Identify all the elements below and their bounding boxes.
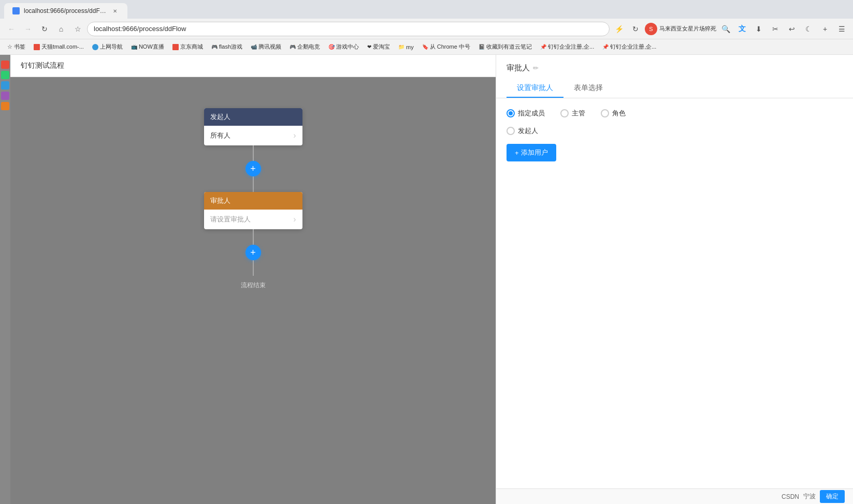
gamecenter-icon: 🎯: [328, 44, 335, 50]
star-button[interactable]: ☆: [70, 22, 85, 36]
translate-button[interactable]: 文: [735, 22, 749, 36]
tab-form-select-label: 表单选择: [574, 83, 603, 92]
add-node-button-2[interactable]: +: [245, 245, 261, 260]
tab-label: localhost:9666/process/ddFlow: [24, 7, 107, 14]
radio-initiator[interactable]: 发起人: [507, 126, 843, 136]
approver-chevron-icon: ›: [293, 215, 296, 224]
bookmark-chrome[interactable]: 🔖 从 Chrome 中号: [419, 42, 473, 52]
flow-header: 钉钉测试流程: [10, 55, 496, 77]
approver-node[interactable]: 审批人 请设置审批人 ›: [204, 192, 302, 229]
add-user-button[interactable]: + 添加用户: [507, 144, 556, 161]
flow-end: 流程结束: [241, 281, 266, 290]
bookmark-youdao[interactable]: 📓 收藏到有道云笔记: [475, 42, 535, 52]
tab-form-select[interactable]: 表单选择: [563, 79, 613, 98]
menu-button[interactable]: ☰: [834, 22, 849, 36]
connector-line-1: [253, 145, 254, 161]
toolbar: ← → ↻ ⌂ ☆ localhost:9666/process/ddFlow …: [0, 19, 853, 39]
main-content: 钉钉测试流程 发起人 所有人 › +: [0, 55, 853, 504]
radio-designated-member[interactable]: 指定成员: [507, 109, 545, 118]
sidebar-dot-orange: [1, 102, 9, 110]
initiator-header: 发起人: [204, 108, 302, 126]
tab-bar: localhost:9666/process/ddFlow ✕: [0, 0, 853, 19]
radio-role-label: 角色: [612, 109, 626, 118]
add-user-label: 添加用户: [521, 148, 548, 157]
flow-canvas[interactable]: 发起人 所有人 › +: [10, 77, 496, 504]
browser-frame: localhost:9666/process/ddFlow ✕ ← → ↻ ⌂ …: [0, 0, 853, 504]
chrome-icon: 🔖: [422, 44, 428, 50]
initiator-node[interactable]: 发起人 所有人 ›: [204, 108, 302, 145]
dingtalk1-icon: 📌: [540, 44, 546, 50]
flow-end-label: 流程结束: [241, 281, 266, 289]
sidebar-dot-blue: [1, 81, 9, 90]
tab-close-button[interactable]: ✕: [111, 7, 119, 15]
screenshot-button[interactable]: ✂: [768, 22, 783, 36]
darkmode-button[interactable]: ☾: [801, 22, 816, 36]
bookmark-my[interactable]: 📁 my: [395, 43, 417, 51]
add-icon-1: +: [250, 164, 256, 174]
left-sidebar: [0, 55, 10, 504]
bottom-bar: CSDN 宁波 确定: [496, 488, 853, 504]
ning-label: 宁波: [803, 492, 816, 501]
flash-icon: 🎮: [211, 44, 218, 50]
bookmark-tencent[interactable]: 📹 腾讯视频: [248, 42, 284, 52]
bookmark-now[interactable]: 📺 NOW直播: [128, 42, 167, 52]
bookmarks-bar: ☆ 书签 天猫tmall.com-... 上网导航 📺 NOW直播 京东商城 🎮…: [0, 39, 853, 55]
radio-designated-member-label: 指定成员: [518, 109, 545, 118]
radio-group-row1: 指定成员 主管 角色: [507, 109, 843, 118]
bookmark-taobao[interactable]: ❤ 爱淘宝: [364, 42, 393, 52]
flow-area: 钉钉测试流程 发起人 所有人 › +: [10, 55, 496, 504]
panel-title-text: 审批人: [507, 63, 530, 73]
bookmark-tmall[interactable]: 天猫tmall.com-...: [31, 42, 87, 52]
bookmark-dingtalk1[interactable]: 📌 钉钉企业注册,企...: [537, 42, 597, 52]
my-icon: 📁: [398, 44, 404, 50]
initiator-chevron-icon: ›: [293, 131, 296, 140]
radio-role[interactable]: 角色: [601, 109, 626, 118]
bookmark-dingtalk2[interactable]: 📌 钉钉企业注册,企...: [599, 42, 659, 52]
bookmark-esport[interactable]: 🎮 企鹅电竞: [286, 42, 323, 52]
bookmark-gamecenter[interactable]: 🎯 游戏中心: [325, 42, 362, 52]
csdn-label: CSDN: [782, 493, 799, 500]
undo-button[interactable]: ↩: [785, 22, 799, 36]
reload-button[interactable]: ↻: [628, 22, 643, 36]
approver-body[interactable]: 请设置审批人 ›: [204, 210, 302, 229]
tmall-icon: [34, 44, 40, 50]
back-button[interactable]: ←: [4, 22, 19, 36]
tab-set-approver-label: 设置审批人: [517, 83, 553, 92]
bookmark-nav[interactable]: 上网导航: [89, 42, 126, 52]
address-bar[interactable]: localhost:9666/process/ddFlow: [87, 22, 610, 36]
approver-placeholder: 请设置审批人: [210, 215, 251, 224]
home-button[interactable]: ⌂: [54, 22, 68, 36]
esport-icon: 🎮: [290, 44, 296, 50]
search-button[interactable]: 🔍: [718, 22, 733, 36]
tab-set-approver[interactable]: 设置审批人: [507, 79, 563, 98]
forward-button[interactable]: →: [21, 22, 35, 36]
bookmarks-label[interactable]: ☆ 书签: [4, 42, 28, 52]
tencent-icon: 📹: [251, 44, 257, 50]
bookmark-jd[interactable]: 京东商城: [169, 42, 206, 52]
edit-icon[interactable]: ✏: [533, 64, 539, 72]
connector-line-after-1: [253, 176, 254, 192]
bookmark-flash[interactable]: 🎮 flash游戏: [208, 42, 245, 52]
radio-role-circle: [601, 109, 609, 117]
connector-line-2: [253, 229, 254, 245]
browser-tab[interactable]: localhost:9666/process/ddFlow ✕: [4, 3, 127, 19]
add-node-button-1[interactable]: +: [245, 161, 261, 176]
download-button[interactable]: ⬇: [751, 22, 766, 36]
radio-manager[interactable]: 主管: [560, 109, 585, 118]
url-text: localhost:9666/process/ddFlow: [94, 25, 186, 33]
initiator-label: 发起人: [210, 112, 230, 122]
panel-tabs: 设置审批人 表单选择: [507, 79, 843, 98]
connector-1: +: [245, 145, 261, 192]
radio-designated-member-circle: [507, 109, 515, 117]
connector-line-after-2: [253, 260, 254, 276]
bookmarks-star-icon: ☆: [7, 43, 12, 50]
confirm-button[interactable]: 确定: [820, 490, 845, 503]
zoom-button[interactable]: +: [818, 22, 832, 36]
extensions-button[interactable]: ⚡: [612, 22, 626, 36]
profile-button[interactable]: S: [645, 23, 657, 35]
refresh-button[interactable]: ↻: [37, 22, 52, 36]
radio-manager-label: 主管: [572, 109, 585, 118]
add-user-icon: +: [515, 149, 519, 157]
approver-header: 审批人: [204, 192, 302, 210]
initiator-body[interactable]: 所有人 ›: [204, 126, 302, 145]
